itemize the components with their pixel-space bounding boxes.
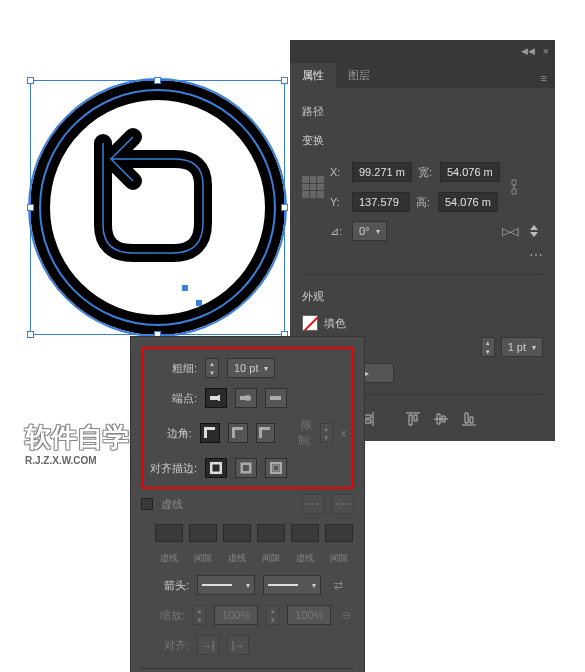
panel-tabs: 属性 图层 ≡ [290, 62, 555, 88]
red-highlight-box: 粗细: ▲▼ 10 pt▾ 端点: 边角: 限制: ▲▼ x 对齐描边: [141, 347, 354, 489]
flip-h-icon[interactable]: ▷◁ [501, 223, 519, 239]
scale-label: 缩放: [141, 608, 185, 623]
scale1-field: 100% [214, 605, 258, 625]
gap-2[interactable] [257, 524, 285, 542]
arrow-label: 箭头: [141, 578, 189, 593]
align-top-icon[interactable] [404, 411, 422, 427]
handle-top-left[interactable] [27, 77, 34, 84]
h-label: 高: [416, 195, 432, 210]
svg-rect-0 [210, 396, 219, 400]
limit-value: x [341, 427, 347, 439]
dash-3[interactable] [291, 524, 319, 542]
weight-select[interactable]: 10 pt▾ [227, 358, 275, 378]
limit-stepper: ▲▼ [320, 423, 333, 443]
panel-close-icon[interactable]: × [543, 45, 549, 57]
link-scale-icon: ⊖ [339, 605, 354, 625]
panel-collapse-icon[interactable]: ◀◀ [521, 46, 535, 56]
weight-stepper[interactable]: ▲▼ [205, 358, 219, 378]
y-label: Y: [330, 196, 346, 208]
svg-point-3 [245, 395, 251, 401]
section-transform: 变换 [302, 127, 543, 156]
dashed-label: 虚线 [161, 497, 183, 512]
section-appearance: 外观 [302, 283, 543, 312]
svg-rect-1 [218, 395, 220, 401]
rotate-label: ⊿: [330, 225, 346, 238]
corner-bevel-button[interactable] [256, 423, 276, 443]
panel-menu-icon[interactable]: ≡ [533, 68, 555, 88]
handle-top-right[interactable] [281, 77, 288, 84]
arrow-end-select[interactable]: ▾ [263, 575, 321, 595]
tab-properties[interactable]: 属性 [290, 63, 336, 88]
corner-miter-button[interactable] [200, 423, 220, 443]
y-field[interactable]: 137.579 [352, 192, 410, 212]
section-path: 路径 [302, 98, 543, 127]
cap-round-button[interactable] [235, 388, 257, 408]
stroke-weight-stepper[interactable]: ▲▼ [481, 337, 495, 357]
reference-point-grid[interactable] [302, 176, 324, 198]
align-arrow-label: 对齐: [141, 638, 189, 653]
tab-layers[interactable]: 图层 [336, 63, 382, 88]
flip-v-icon[interactable] [525, 223, 543, 239]
rotate-select[interactable]: 0°▾ [352, 221, 387, 241]
align-arrow-tip-icon: |→ [227, 635, 249, 655]
cap-butt-button[interactable] [205, 388, 227, 408]
more-transform-icon[interactable]: ⋯ [529, 247, 543, 263]
canvas-selection [30, 80, 285, 335]
align-stroke-label: 对齐描边: [149, 461, 197, 476]
dash-align-icon [332, 494, 354, 514]
dash-1[interactable] [155, 524, 183, 542]
x-label: X: [330, 166, 346, 178]
handle-mid-right[interactable] [281, 204, 288, 211]
center-anchor-2 [196, 300, 202, 306]
stroke-panel: 粗细: ▲▼ 10 pt▾ 端点: 边角: 限制: ▲▼ x 对齐描边: 虚 [130, 336, 365, 672]
scale1-stepper: ▲▼ [193, 605, 206, 625]
link-wh-icon[interactable] [506, 177, 522, 197]
corner-label: 边角: [149, 426, 192, 441]
handle-top-mid[interactable] [154, 77, 161, 84]
scale2-stepper: ▲▼ [266, 605, 279, 625]
fill-swatch[interactable] [302, 315, 318, 331]
svg-rect-7 [242, 464, 250, 472]
handle-bot-left[interactable] [27, 331, 34, 338]
corner-round-button[interactable] [228, 423, 248, 443]
center-anchor-1 [182, 285, 188, 291]
align-bottom-icon[interactable] [460, 411, 478, 427]
svg-rect-4 [270, 396, 281, 400]
gap-3[interactable] [325, 524, 353, 542]
cap-label: 端点: [149, 391, 197, 406]
dashed-checkbox[interactable] [141, 498, 153, 510]
h-field[interactable]: 54.076 m [438, 192, 498, 212]
cap-square-button[interactable] [265, 388, 287, 408]
gap-1[interactable] [189, 524, 217, 542]
limit-label: 限制: [289, 418, 311, 448]
x-field[interactable]: 99.271 m [352, 162, 412, 182]
align-inside-button[interactable] [235, 458, 257, 478]
align-center-button[interactable] [205, 458, 227, 478]
stroke-weight-select[interactable]: 1 pt▾ [501, 337, 543, 357]
arrow-start-select[interactable]: ▾ [197, 575, 255, 595]
svg-rect-8 [273, 465, 279, 471]
weight-label: 粗细: [149, 361, 197, 376]
align-outside-button[interactable] [265, 458, 287, 478]
scale2-field: 100% [287, 605, 331, 625]
w-field[interactable]: 54.076 m [440, 162, 500, 182]
align-vcenter-icon[interactable] [432, 411, 450, 427]
dash-2[interactable] [223, 524, 251, 542]
fill-label: 填色 [324, 316, 346, 331]
svg-rect-5 [211, 463, 221, 473]
bounding-box[interactable] [30, 80, 285, 335]
dash-preserve-icon [302, 494, 324, 514]
w-label: 宽: [418, 165, 434, 180]
panel-titlebar: ◀◀ × [290, 40, 555, 62]
dash-fields [155, 524, 353, 542]
handle-mid-left[interactable] [27, 204, 34, 211]
swap-arrows-icon[interactable]: ⇄ [329, 577, 347, 593]
align-arrow-extend-icon: →| [197, 635, 219, 655]
